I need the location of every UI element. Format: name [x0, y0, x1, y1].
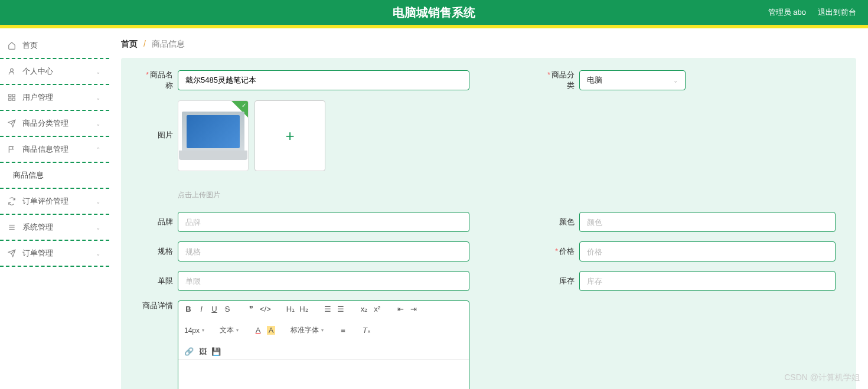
sidebar-item-label: 系统管理	[22, 222, 53, 233]
watermark: CSDN @计算机学姐	[784, 372, 860, 383]
chevron-down-icon: ⌄	[673, 77, 678, 84]
svg-rect-3	[9, 98, 11, 100]
svg-rect-1	[9, 94, 11, 97]
underline-button[interactable]: U	[210, 305, 218, 313]
superscript-button[interactable]: x²	[373, 305, 381, 313]
sidebar-item-profile[interactable]: 个人中心 ⌄	[0, 59, 109, 85]
limit-input[interactable]	[178, 271, 469, 291]
user-icon	[7, 67, 17, 76]
fontsize-select[interactable]: 14px▾	[184, 326, 204, 335]
bold-button[interactable]: B	[184, 305, 192, 313]
send-icon	[7, 249, 17, 258]
category-value: 电脑	[587, 75, 602, 86]
link-button[interactable]: 🔗	[184, 347, 194, 356]
sidebar-item-orders[interactable]: 订单管理 ⌄	[0, 241, 109, 267]
spec-label: 规格	[139, 246, 173, 257]
svg-rect-4	[12, 98, 15, 100]
price-input[interactable]	[579, 241, 836, 261]
italic-button[interactable]: I	[197, 305, 205, 313]
sidebar-subitem-label: 商品信息	[13, 171, 44, 179]
sidebar-item-product-info[interactable]: 商品信息管理 ⌃	[0, 137, 109, 163]
sidebar-item-label: 订单管理	[22, 248, 53, 259]
color-label: 颜色	[540, 217, 575, 227]
header: 电脑城销售系统 管理员 abo 退出到前台	[0, 0, 868, 25]
sidebar-item-label: 商品分类管理	[22, 118, 68, 129]
category-select[interactable]: 电脑 ⌄	[579, 70, 686, 90]
product-thumbnail	[182, 112, 244, 161]
form-item-stock: 库存	[540, 271, 836, 291]
form-item-color: 颜色	[540, 212, 836, 232]
sidebar: 首页 个人中心 ⌄ 用户管理 ⌄ 商品分类管理 ⌄ 商品信息管理 ⌃ 商品信息 …	[0, 28, 109, 389]
chevron-down-icon: ⌄	[96, 224, 100, 231]
form-item-limit: 单限	[139, 271, 469, 291]
chevron-down-icon: ⌄	[96, 120, 100, 127]
sidebar-item-label: 商品信息管理	[22, 144, 68, 155]
image-label: 图片	[139, 100, 173, 140]
uploaded-image[interactable]	[178, 100, 249, 171]
quote-button[interactable]: ❞	[247, 305, 255, 313]
chevron-down-icon: ⌄	[96, 250, 100, 257]
sidebar-item-users[interactable]: 用户管理 ⌄	[0, 85, 109, 111]
upload-hint: 点击上传图片	[178, 190, 838, 200]
h2-button[interactable]: H₂	[299, 305, 308, 313]
spec-input[interactable]	[178, 241, 469, 261]
breadcrumb-home[interactable]: 首页	[121, 39, 138, 48]
indent-button[interactable]: ⇥	[410, 305, 418, 313]
sidebar-item-home[interactable]: 首页	[0, 33, 109, 59]
admin-link[interactable]: 管理员 abo	[768, 7, 806, 18]
chevron-down-icon: ⌄	[96, 68, 100, 75]
editor-body[interactable]	[178, 360, 469, 389]
clear-format-button[interactable]: Tₓ	[363, 326, 371, 335]
sidebar-subitem-product-info[interactable]: 商品信息	[0, 163, 109, 189]
strike-button[interactable]: S	[223, 305, 231, 313]
form-panel: *商品名称 *商品分类 电脑 ⌄ 图片	[121, 58, 856, 389]
fontfamily-select[interactable]: 标准字体▾	[291, 325, 324, 335]
product-name-label: *商品名称	[139, 70, 173, 91]
logout-link[interactable]: 退出到前台	[818, 7, 856, 18]
sidebar-item-category[interactable]: 商品分类管理 ⌄	[0, 111, 109, 137]
product-name-input[interactable]	[178, 70, 469, 90]
code-button[interactable]: </>	[260, 305, 271, 313]
ordered-list-button[interactable]: ☰	[324, 305, 332, 313]
block-select[interactable]: 文本▾	[220, 325, 239, 335]
outdent-button[interactable]: ⇤	[397, 305, 405, 313]
chevron-down-icon: ⌄	[96, 198, 100, 205]
home-icon	[7, 41, 17, 50]
breadcrumb-current: 商品信息	[152, 39, 185, 48]
sidebar-item-label: 个人中心	[22, 66, 53, 77]
color-input[interactable]	[579, 212, 836, 232]
form-item-price: *价格	[540, 241, 836, 261]
bg-color-button[interactable]: A	[267, 326, 275, 335]
price-label: *价格	[540, 246, 575, 257]
form-item-product-name: *商品名称	[139, 70, 469, 91]
form-item-image: 图片 +	[139, 100, 838, 171]
sidebar-item-label: 首页	[22, 40, 38, 51]
image-button[interactable]: 🖼	[198, 347, 207, 356]
align-button[interactable]: ≡	[339, 326, 347, 335]
brand-input[interactable]	[178, 212, 469, 232]
stock-input[interactable]	[579, 271, 836, 291]
h1-button[interactable]: H₁	[286, 305, 295, 313]
rich-text-editor: B I U S ❞ </> H₁ H₂ ☰ ☰ x₂	[178, 300, 469, 389]
list-icon	[7, 223, 17, 232]
sidebar-item-system[interactable]: 系统管理 ⌄	[0, 215, 109, 241]
svg-point-0	[11, 68, 14, 71]
chevron-down-icon: ⌄	[96, 94, 100, 101]
flag-icon	[7, 145, 17, 154]
stock-label: 库存	[540, 276, 575, 286]
chevron-up-icon: ⌃	[96, 146, 100, 153]
sidebar-item-reviews[interactable]: 订单评价管理 ⌄	[0, 189, 109, 215]
send-icon	[7, 119, 17, 128]
subscript-button[interactable]: x₂	[360, 305, 368, 313]
sidebar-item-label: 用户管理	[22, 92, 53, 103]
svg-rect-2	[12, 94, 15, 97]
font-color-button[interactable]: A	[254, 326, 262, 335]
brand-label: 品牌	[139, 217, 173, 227]
breadcrumb: 首页 / 商品信息	[121, 28, 856, 58]
form-item-detail: 商品详情 B I U S ❞ </> H₁ H₂ ☰	[139, 300, 838, 389]
category-label: *商品分类	[540, 70, 575, 91]
add-image-button[interactable]: +	[254, 100, 325, 171]
unordered-list-button[interactable]: ☰	[337, 305, 345, 313]
grid-icon	[7, 93, 17, 102]
save-button[interactable]: 💾	[211, 347, 221, 356]
